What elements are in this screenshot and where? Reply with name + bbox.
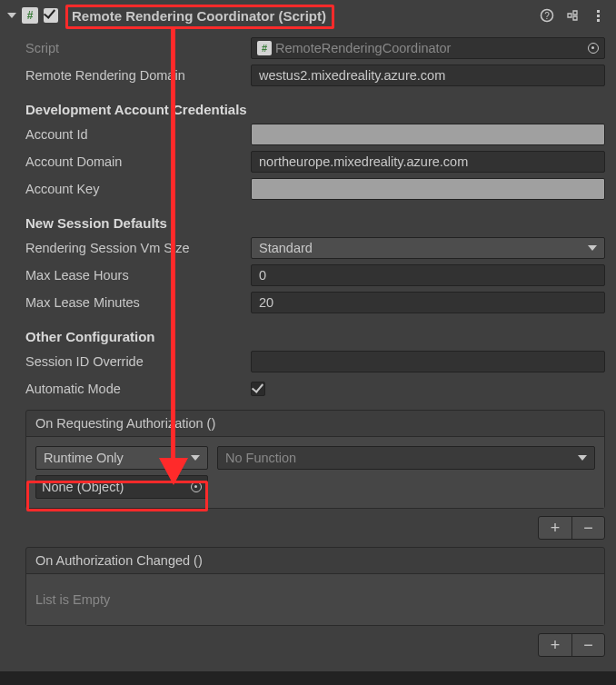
dropdown-function-value: No Function bbox=[225, 451, 296, 465]
event-title: On Authorization Changed () bbox=[26, 548, 604, 574]
help-icon[interactable]: ? bbox=[540, 8, 554, 23]
row-session-id: Session ID Override bbox=[25, 348, 605, 375]
label-script: Script bbox=[25, 41, 251, 55]
heading-session: New Session Defaults bbox=[25, 203, 605, 234]
row-vm-size: Rendering Session Vm Size Standard bbox=[25, 234, 605, 262]
label-domain: Remote Rendering Domain bbox=[25, 68, 251, 83]
row-max-mins: Max Lease Minutes 20 bbox=[25, 289, 605, 316]
svg-text:?: ? bbox=[544, 11, 550, 21]
event-target-value: None (Object) bbox=[42, 480, 124, 494]
label-account-id: Account Id bbox=[25, 127, 251, 142]
label-account-key: Account Key bbox=[25, 182, 251, 196]
event-on-authorization-changed: On Authorization Changed () List is Empt… bbox=[25, 547, 605, 626]
remove-listener-button[interactable]: − bbox=[571, 634, 604, 656]
enable-checkbox[interactable] bbox=[44, 8, 58, 23]
label-max-hours: Max Lease Hours bbox=[25, 268, 251, 283]
event-title: On Requesting Authorization () bbox=[26, 411, 604, 437]
label-account-domain: Account Domain bbox=[25, 154, 251, 169]
script-icon: # bbox=[22, 7, 38, 24]
input-domain[interactable]: westus2.mixedreality.azure.com bbox=[251, 65, 605, 86]
input-max-hours[interactable]: 0 bbox=[251, 264, 605, 286]
row-max-hours: Max Lease Hours 0 bbox=[25, 262, 605, 289]
label-automatic: Automatic Mode bbox=[25, 382, 251, 396]
input-account-id[interactable] bbox=[251, 124, 605, 145]
checkbox-container bbox=[251, 382, 605, 396]
script-obj-name: RemoteRenderingCoordinator bbox=[275, 41, 451, 55]
foldout-toggle-icon[interactable] bbox=[7, 13, 16, 18]
input-account-domain[interactable]: northeurope.mixedreality.azure.com bbox=[251, 151, 605, 173]
event-list-buttons: + − bbox=[538, 516, 605, 540]
label-vm-size: Rendering Session Vm Size bbox=[25, 241, 251, 255]
chevron-down-icon bbox=[578, 455, 587, 461]
label-session-id: Session ID Override bbox=[25, 354, 251, 369]
heading-other: Other Configuration bbox=[25, 316, 605, 348]
dropdown-vm-size[interactable]: Standard bbox=[251, 237, 605, 259]
event-on-requesting-authorization: On Requesting Authorization () Runtime O… bbox=[25, 410, 605, 509]
menu-icon[interactable] bbox=[591, 8, 605, 23]
dropdown-call-mode-value: Runtime Only bbox=[44, 451, 124, 465]
dropdown-function[interactable]: No Function bbox=[217, 446, 595, 470]
chevron-down-icon bbox=[588, 245, 597, 251]
header-icons: ? bbox=[540, 8, 609, 23]
object-picker-icon[interactable] bbox=[588, 43, 599, 54]
preset-icon[interactable] bbox=[565, 8, 580, 23]
event-empty-text: List is Empty bbox=[35, 592, 110, 607]
heading-credentials: Development Account Credentials bbox=[25, 89, 605, 121]
chevron-down-icon bbox=[191, 455, 200, 461]
automatic-checkbox[interactable] bbox=[251, 382, 265, 396]
row-account-key: Account Key bbox=[25, 175, 605, 203]
row-script: Script # RemoteRenderingCoordinator bbox=[25, 35, 605, 62]
inspector-panel: # Remote Rendering Coordinator (Script) … bbox=[0, 0, 616, 671]
row-automatic: Automatic Mode bbox=[25, 375, 605, 402]
input-max-mins[interactable]: 20 bbox=[251, 292, 605, 313]
object-picker-icon[interactable] bbox=[191, 481, 202, 492]
highlight-title-box: Remote Rendering Coordinator (Script) bbox=[65, 5, 334, 29]
add-listener-button[interactable]: + bbox=[539, 517, 571, 539]
script-icon: # bbox=[257, 41, 272, 55]
script-object-field[interactable]: # RemoteRenderingCoordinator bbox=[251, 37, 605, 59]
add-listener-button[interactable]: + bbox=[539, 634, 571, 656]
dropdown-call-mode[interactable]: Runtime Only bbox=[35, 446, 208, 470]
row-account-id: Account Id bbox=[25, 121, 605, 148]
remove-listener-button[interactable]: − bbox=[571, 517, 604, 539]
event-list-buttons: + − bbox=[538, 633, 605, 657]
label-max-mins: Max Lease Minutes bbox=[25, 295, 251, 310]
component-header[interactable]: # Remote Rendering Coordinator (Script) … bbox=[0, 0, 616, 31]
component-title: Remote Rendering Coordinator (Script) bbox=[65, 8, 540, 24]
input-account-key[interactable] bbox=[251, 178, 605, 200]
dropdown-vm-value: Standard bbox=[259, 241, 313, 255]
row-domain: Remote Rendering Domain westus2.mixedrea… bbox=[25, 62, 605, 89]
input-session-id[interactable] bbox=[251, 351, 605, 372]
event-target-field[interactable]: None (Object) bbox=[35, 475, 208, 499]
row-account-domain: Account Domain northeurope.mixedreality.… bbox=[25, 148, 605, 175]
property-rows: Script # RemoteRenderingCoordinator Remo… bbox=[0, 31, 616, 402]
